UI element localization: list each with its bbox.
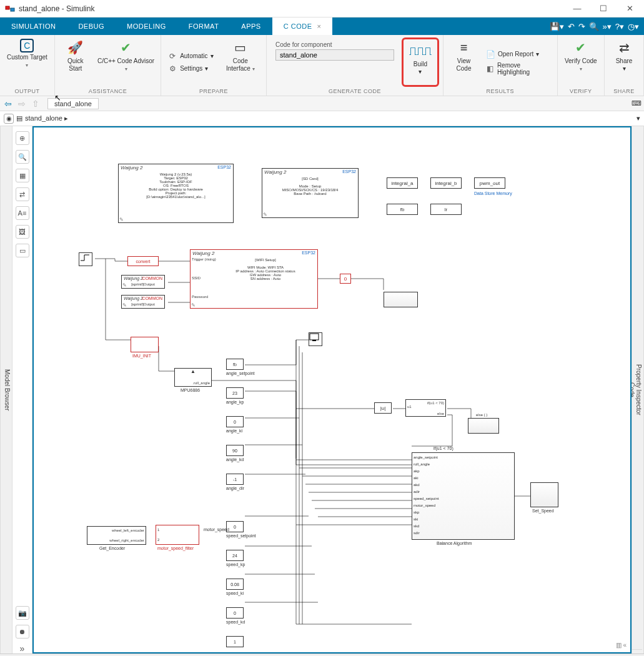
block-ds-integral-a[interactable]: integral_a xyxy=(387,177,418,189)
keyboard-icon[interactable]: ⌨ xyxy=(632,99,642,107)
label-angle_setpoint: angle_setpoint xyxy=(226,371,255,375)
step-fwd-icon[interactable]: »▾ xyxy=(603,22,612,31)
label-msf: motor_speed_filter xyxy=(157,546,194,550)
remove-highlighting-button[interactable]: ◧Remove Highlighting xyxy=(483,61,553,76)
swap-icon[interactable]: ⇄ xyxy=(16,187,29,201)
nav-fwd-icon[interactable]: ⇨ xyxy=(16,99,27,109)
automatic-button[interactable]: ⟳Automatic ▾ xyxy=(165,51,215,62)
nav-up-icon[interactable]: ⇧ xyxy=(30,99,41,109)
block-const-angle_dir[interactable]: -1 xyxy=(226,474,244,485)
record-icon[interactable]: ⏺ xyxy=(16,625,29,639)
search-icon[interactable]: 🔍 xyxy=(589,22,599,31)
block-const-angle_setpoint[interactable]: fb xyxy=(226,359,244,370)
breadcrumb[interactable]: stand_alone ▸ xyxy=(25,114,68,122)
save-icon[interactable]: 💾▾ xyxy=(550,22,564,31)
block-const-9[interactable]: 1 xyxy=(226,636,244,647)
image-icon[interactable]: 🖼 xyxy=(16,225,29,239)
code-for-input[interactable] xyxy=(275,49,394,61)
annotate-icon[interactable]: A≡ xyxy=(16,206,29,220)
tab-format[interactable]: FORMAT xyxy=(177,17,230,35)
tab-ccode[interactable]: C CODE× xyxy=(272,17,333,35)
maximize-button[interactable]: ☐ xyxy=(594,2,613,15)
block-ds-integral-b[interactable]: integral_b xyxy=(430,177,462,189)
help-icon[interactable]: ?▾ xyxy=(615,22,624,31)
settings-button[interactable]: ⚙Settings ▾ xyxy=(165,63,215,74)
group-output: OUTPUT xyxy=(4,87,51,96)
chip-icon: ▭ xyxy=(232,39,249,56)
tab-apps[interactable]: APPS xyxy=(230,17,272,35)
fit-view-icon[interactable]: ⊕ xyxy=(16,131,29,145)
block-scope[interactable] xyxy=(309,332,322,346)
block-const-speed_ki[interactable]: 0.08 xyxy=(226,579,244,590)
block-wifi-setup[interactable]: Waijung 2 ESP32 Trigger (rising) SSID Pa… xyxy=(190,249,318,309)
label-balance: Balance Algorithm xyxy=(437,541,472,545)
block-motor-speed-filter[interactable]: 1 2 xyxy=(156,525,199,545)
open-report-button[interactable]: 📄Open Report ▾ xyxy=(483,49,553,60)
block-sprintf-1[interactable]: COMMON Waijung 2 [sprintf]Output ✎ xyxy=(121,275,165,289)
share-button[interactable]: ⇄ Share▾ xyxy=(608,37,640,87)
property-inspector-rail[interactable]: Property Inspector xyxy=(635,130,642,650)
block-const-angle_kp[interactable]: 23 xyxy=(226,387,244,399)
block-balance-algorithm[interactable]: angle_setpointroll_angleakpakiakdadirspe… xyxy=(412,452,515,540)
code-advisor-button[interactable]: ✔ C/C++ Code Advisor xyxy=(95,37,157,87)
canvas-overview-icon[interactable]: ▥ « xyxy=(616,642,627,649)
block-icon[interactable]: ▭ xyxy=(16,244,29,257)
model-badge-icon[interactable]: ◉ xyxy=(4,114,14,124)
quick-start-button[interactable]: 🚀 Quick Start xyxy=(59,37,92,87)
undo-icon[interactable]: ↶ xyxy=(568,22,575,31)
block-mpu[interactable]: ▲ .roll_angle xyxy=(174,368,212,387)
block-display-1[interactable] xyxy=(384,292,418,307)
window-title: stand_alone - Simulink xyxy=(19,4,568,13)
block-else-sub[interactable]: else { } xyxy=(468,418,499,434)
block-if[interactable]: u1 if(u1 < 70) else xyxy=(405,399,446,417)
expand-icon[interactable]: » xyxy=(20,644,25,654)
build-button[interactable]: ⎍⎍⎍ Build▾ xyxy=(405,41,436,77)
nav-back-icon[interactable]: ⇦ xyxy=(2,99,14,109)
block-set-speed[interactable] xyxy=(530,482,558,507)
block-ds-pwm-out[interactable]: pwm_out xyxy=(474,177,505,189)
snapshot-icon[interactable]: 📷 xyxy=(16,606,29,620)
verify-code-button[interactable]: ✔ Verify Code xyxy=(562,37,600,87)
close-tab-icon[interactable]: × xyxy=(317,22,322,30)
explorer-bar: ⇦ ⇨ ⇧ stand_alone ⌨ xyxy=(0,96,644,111)
dropdown-icon[interactable]: ▾ xyxy=(637,114,640,122)
code-for-label: Code for component xyxy=(275,41,394,48)
tab-debug[interactable]: DEBUG xyxy=(67,17,116,35)
block-ds-lr[interactable]: lr xyxy=(430,204,462,215)
block-imu-init[interactable] xyxy=(131,337,159,352)
block-get-encoder[interactable]: wheel_left_encoder wheel_right_encoder xyxy=(87,526,146,545)
tab-modeling[interactable]: MODELING xyxy=(116,17,177,35)
close-button[interactable]: ✕ xyxy=(620,2,639,15)
label-set-speed: Set_Speed xyxy=(532,509,554,513)
block-sprintf-2[interactable]: COMMON Waijung 2 [sprintf]Output ✎ xyxy=(121,295,165,309)
block-waijung-target[interactable]: Waijung 2 ESP32 Waijung 2 (v.23.5a)Targe… xyxy=(118,164,234,223)
model-browser-rail[interactable]: Model Browser xyxy=(0,126,12,654)
block-display-0[interactable]: 0 xyxy=(340,274,351,284)
model-tab[interactable]: stand_alone xyxy=(47,98,99,109)
tab-simulation[interactable]: SIMULATION xyxy=(0,17,67,35)
block-convert[interactable]: convert xyxy=(127,256,159,266)
block-const-angle_kd[interactable]: 90 xyxy=(226,445,244,456)
block-abs[interactable]: |u| xyxy=(374,402,392,414)
custom-target-button[interactable]: C Custom Target xyxy=(4,37,51,87)
block-ds-fb[interactable]: fb xyxy=(387,204,418,215)
breadcrumb-bar: ◉ ▤ stand_alone ▸ ▾ xyxy=(0,111,644,126)
code-interface-button[interactable]: ▭ Code Interface xyxy=(219,37,262,87)
block-const-speed_kd[interactable]: 0 xyxy=(226,607,244,619)
view-code-button[interactable]: ≡ View Code xyxy=(447,37,480,87)
model-hier-icon[interactable]: ▤ xyxy=(16,114,22,122)
fit-all-icon[interactable]: ▦ xyxy=(16,169,29,182)
gear-icon: ⚙ xyxy=(167,64,177,74)
block-step[interactable] xyxy=(79,252,92,266)
code-mappings-panel[interactable]: Code Mappings - Component Interface xyxy=(0,654,644,656)
block-const-angle_ki[interactable]: 0 xyxy=(226,416,244,427)
block-sdcard[interactable]: Waijung 2 ESP32 [SD Card]Mode : SetupMIS… xyxy=(262,168,359,218)
more-icon[interactable]: ◷▾ xyxy=(628,22,639,31)
redo-icon[interactable]: ↷ xyxy=(578,22,585,31)
zoom-icon[interactable]: 🔍 xyxy=(16,150,29,164)
label-msf-out: motor_speed xyxy=(204,527,229,532)
model-canvas[interactable]: Waijung 2 ESP32 Waijung 2 (v.23.5a)Targe… xyxy=(32,126,632,654)
label-speed_ki: speed_ki xyxy=(226,591,244,595)
minimize-button[interactable]: — xyxy=(568,2,587,15)
block-const-speed_kp[interactable]: 24 xyxy=(226,550,244,561)
